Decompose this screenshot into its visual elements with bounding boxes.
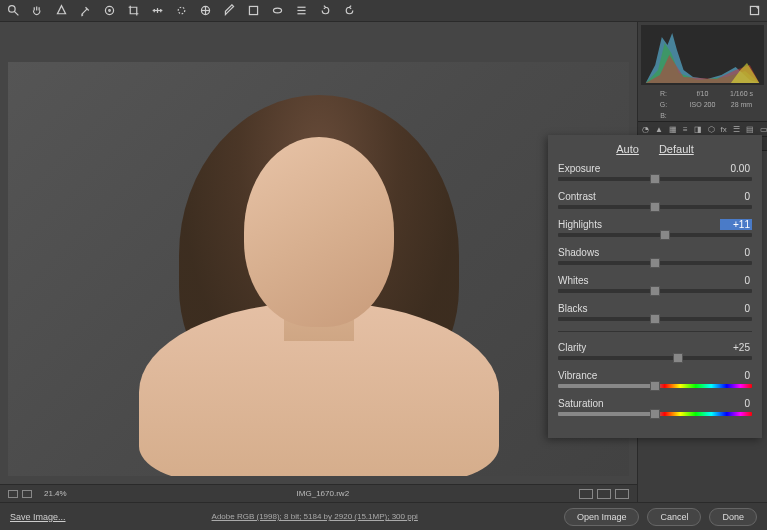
open-image-button[interactable]: Open Image: [564, 508, 640, 526]
tab-fx-icon[interactable]: fx: [721, 124, 727, 134]
brush-tool-icon[interactable]: [222, 4, 236, 18]
svg-line-1: [14, 11, 18, 15]
slider-label: Highlights: [558, 219, 602, 230]
slider-value[interactable]: +11: [720, 219, 752, 230]
rotate-ccw-icon[interactable]: [318, 4, 332, 18]
divider: [558, 331, 752, 332]
svg-point-2: [105, 6, 113, 14]
slider-value[interactable]: 0: [720, 398, 752, 409]
slider-track[interactable]: [558, 205, 752, 209]
slider-thumb[interactable]: [650, 381, 660, 391]
redeye-tool-icon[interactable]: [198, 4, 212, 18]
histo-info-2: G: ISO 200 28 mm: [638, 99, 767, 110]
iso: ISO 200: [683, 101, 722, 108]
slider-exposure: Exposure0.00: [558, 163, 752, 181]
auto-default-row: Auto Default: [558, 143, 752, 155]
wb-tool-icon[interactable]: [54, 4, 68, 18]
slider-track[interactable]: [558, 177, 752, 181]
slider-track[interactable]: [558, 261, 752, 265]
histo-info-1: R: f/10 1/160 s: [638, 88, 767, 99]
svg-point-3: [108, 10, 110, 12]
filename: IMG_1670.rw2: [67, 489, 579, 498]
g-label: G:: [644, 101, 683, 108]
camera-raw-dialog: 21.4% IMG_1670.rw2 R: f/10 1/160 s: [0, 0, 767, 530]
hand-tool-icon[interactable]: [30, 4, 44, 18]
slider-label: Vibrance: [558, 370, 597, 381]
slider-contrast: Contrast0: [558, 191, 752, 209]
done-button[interactable]: Done: [709, 508, 757, 526]
grad-tool-icon[interactable]: [246, 4, 260, 18]
radial-tool-icon[interactable]: [270, 4, 284, 18]
r-label: R:: [644, 90, 683, 97]
zoom-tool-icon[interactable]: [6, 4, 20, 18]
slider-shadows: Shadows0: [558, 247, 752, 265]
slider-value[interactable]: 0: [720, 275, 752, 286]
slider-track[interactable]: [558, 412, 752, 416]
slider-saturation: Saturation0: [558, 398, 752, 416]
workflow-link[interactable]: Adobe RGB (1998); 8 bit; 5184 by 2920 (1…: [74, 512, 556, 521]
list-icon[interactable]: [294, 4, 308, 18]
slider-track[interactable]: [558, 289, 752, 293]
b-label: B:: [644, 112, 683, 119]
slider-thumb[interactable]: [673, 353, 683, 363]
histogram[interactable]: [641, 25, 764, 85]
slider-vibrance: Vibrance0: [558, 370, 752, 388]
slider-value[interactable]: 0: [720, 303, 752, 314]
auto-link[interactable]: Auto: [616, 143, 639, 155]
slider-track[interactable]: [558, 384, 752, 388]
slider-thumb[interactable]: [650, 202, 660, 212]
slider-value[interactable]: 0: [720, 247, 752, 258]
slider-value[interactable]: +25: [720, 342, 752, 353]
tab-snap-icon[interactable]: ▭: [760, 124, 767, 134]
slider-thumb[interactable]: [650, 174, 660, 184]
slider-value[interactable]: 0: [720, 191, 752, 202]
slider-thumb[interactable]: [650, 409, 660, 419]
portrait-placeholder: [8, 62, 629, 476]
slider-track[interactable]: [558, 317, 752, 321]
svg-point-0: [8, 6, 15, 13]
slider-thumb[interactable]: [650, 258, 660, 268]
tab-detail-icon[interactable]: ▦: [669, 124, 677, 134]
straighten-tool-icon[interactable]: [150, 4, 164, 18]
shutter: 1/160 s: [722, 90, 761, 97]
svg-rect-12: [249, 6, 257, 14]
slider-value[interactable]: 0: [720, 370, 752, 381]
slider-thumb[interactable]: [660, 230, 670, 240]
rotate-cw-icon[interactable]: [342, 4, 356, 18]
default-link[interactable]: Default: [659, 143, 694, 155]
tab-cal-icon[interactable]: ☰: [733, 124, 740, 134]
tab-lens-icon[interactable]: ⬡: [708, 124, 715, 134]
histo-info-3: B:: [638, 110, 767, 121]
tab-split-icon[interactable]: ◨: [694, 124, 702, 134]
canvas-area: 21.4% IMG_1670.rw2: [0, 22, 637, 502]
slider-blacks: Blacks0: [558, 303, 752, 321]
adjustments-panel: Auto Default Exposure0.00Contrast0Highli…: [548, 135, 762, 438]
slider-label: Contrast: [558, 191, 596, 202]
tab-curve-icon[interactable]: ▲: [655, 124, 663, 134]
cancel-button[interactable]: Cancel: [647, 508, 701, 526]
slider-value[interactable]: 0.00: [720, 163, 752, 174]
target-tool-icon[interactable]: [102, 4, 116, 18]
slider-track[interactable]: [558, 356, 752, 360]
save-image-link[interactable]: Save Image...: [10, 512, 66, 522]
slider-thumb[interactable]: [650, 314, 660, 324]
aperture: f/10: [683, 90, 722, 97]
preferences-icon[interactable]: [747, 4, 761, 18]
footer: Save Image... Adobe RGB (1998); 8 bit; 5…: [0, 502, 767, 530]
tab-hsl-icon[interactable]: ≡: [683, 124, 688, 134]
tab-preset-icon[interactable]: ▤: [746, 124, 754, 134]
sampler-tool-icon[interactable]: [78, 4, 92, 18]
image-preview[interactable]: [8, 62, 629, 476]
crop-tool-icon[interactable]: [126, 4, 140, 18]
zoom-level[interactable]: 21.4%: [44, 489, 67, 498]
sb-compare-icon[interactable]: [22, 490, 32, 498]
slider-thumb[interactable]: [650, 286, 660, 296]
canvas-status-bar: 21.4% IMG_1670.rw2: [0, 484, 637, 502]
view-switch[interactable]: [579, 489, 629, 499]
spot-tool-icon[interactable]: [174, 4, 188, 18]
slider-track[interactable]: [558, 233, 752, 237]
slider-label: Exposure: [558, 163, 600, 174]
sb-filmstrip-icon[interactable]: [8, 490, 18, 498]
tab-basic-icon[interactable]: ◔: [642, 124, 649, 134]
top-toolbar: [0, 0, 767, 22]
